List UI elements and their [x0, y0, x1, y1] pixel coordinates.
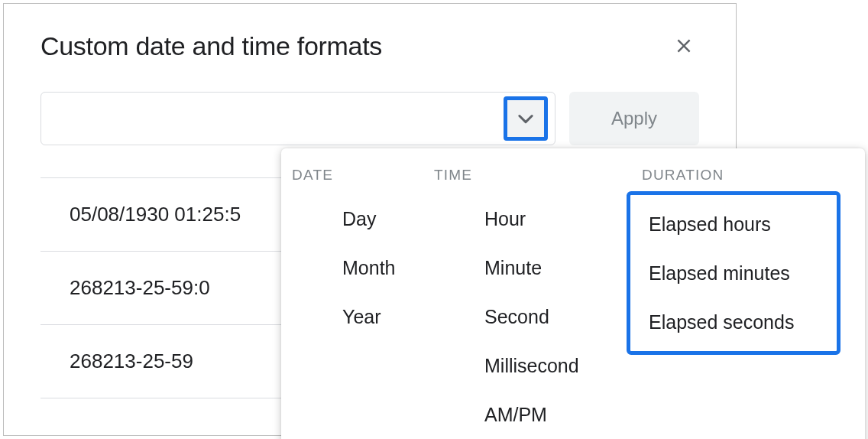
- menu-item-day[interactable]: Day: [292, 194, 434, 243]
- input-row: Apply: [40, 92, 699, 145]
- menu-item-minute[interactable]: Minute: [434, 243, 627, 292]
- format-input[interactable]: [40, 92, 555, 145]
- dropdown-columns: DATE Day Month Year TIME Hour Minute Sec…: [281, 162, 865, 439]
- chevron-down-icon: [515, 108, 536, 129]
- menu-item-millisecond[interactable]: Millisecond: [434, 341, 627, 390]
- close-button[interactable]: [669, 31, 699, 61]
- menu-item-ampm[interactable]: AM/PM: [434, 390, 627, 439]
- format-input-wrap: [40, 92, 555, 145]
- col-header-date: DATE: [292, 162, 434, 194]
- dropdown-col-time: TIME Hour Minute Second Millisecond AM/P…: [434, 162, 627, 439]
- close-icon: [674, 36, 694, 56]
- duration-highlight: Elapsed hours Elapsed minutes Elapsed se…: [627, 191, 840, 355]
- format-token-dropdown-button[interactable]: [504, 96, 548, 141]
- col-header-time: TIME: [434, 162, 627, 194]
- menu-item-elapsed-hours[interactable]: Elapsed hours: [630, 200, 837, 249]
- menu-item-month[interactable]: Month: [292, 243, 434, 292]
- dialog-header: Custom date and time formats: [40, 31, 699, 61]
- menu-item-year[interactable]: Year: [292, 292, 434, 341]
- dropdown-col-duration: DURATION Elapsed hours Elapsed minutes E…: [627, 162, 840, 439]
- menu-item-second[interactable]: Second: [434, 292, 627, 341]
- apply-button[interactable]: Apply: [569, 92, 699, 145]
- menu-item-elapsed-seconds[interactable]: Elapsed seconds: [630, 298, 837, 346]
- menu-item-elapsed-minutes[interactable]: Elapsed minutes: [630, 249, 837, 298]
- dialog-title: Custom date and time formats: [40, 31, 382, 61]
- col-header-duration: DURATION: [627, 162, 840, 194]
- dropdown-col-date: DATE Day Month Year: [292, 162, 434, 439]
- format-token-dropdown: DATE Day Month Year TIME Hour Minute Sec…: [281, 148, 865, 439]
- menu-item-hour[interactable]: Hour: [434, 194, 627, 243]
